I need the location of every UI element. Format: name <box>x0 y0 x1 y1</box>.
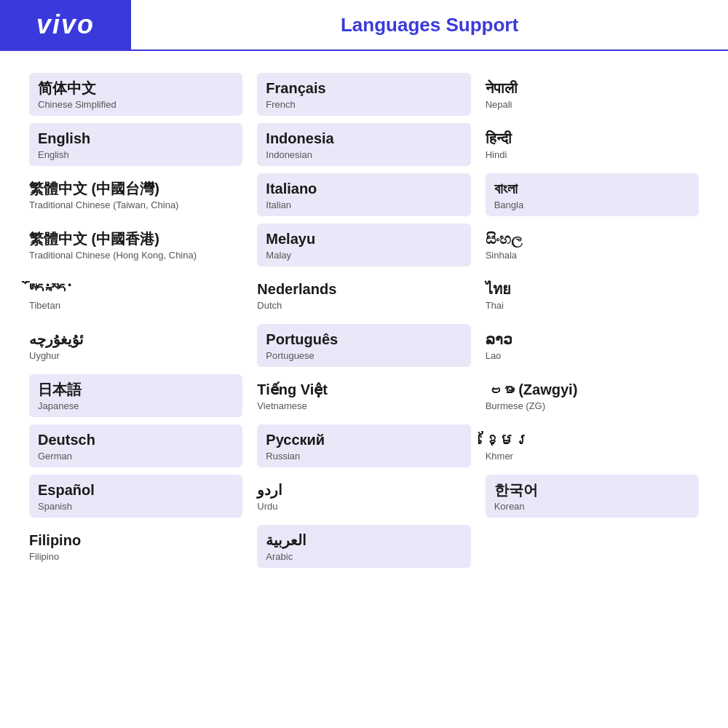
language-english-name: Hindi <box>486 149 699 160</box>
language-item: 繁體中文 (中國台灣)Traditional Chinese (Taiwan, … <box>29 173 242 216</box>
language-english-name: Portuguese <box>266 350 462 361</box>
header-title-area: Languages Support <box>131 14 728 36</box>
language-native-name: العربية <box>266 531 462 550</box>
page-title: Languages Support <box>341 14 518 36</box>
language-native-name: 繁體中文 (中國香港) <box>29 229 242 248</box>
language-english-name: Chinese Simplified <box>38 99 234 110</box>
language-english-name: Sinhala <box>486 250 699 261</box>
language-english-name: Thai <box>486 300 699 311</box>
language-native-name: ཨོད་སྐད་ <box>29 280 242 298</box>
language-english-name: Khmer <box>486 451 699 462</box>
language-native-name: ဗမာ (Zawgyi) <box>486 380 699 399</box>
language-english-name: English <box>38 149 234 160</box>
language-english-name: Nepali <box>486 99 699 110</box>
language-english-name: Malay <box>266 250 462 261</box>
language-english-name: Dutch <box>257 300 470 311</box>
language-english-name: Bangla <box>494 199 690 210</box>
language-item: Tiếng ViệtVietnamese <box>257 374 470 417</box>
language-native-name: 日本語 <box>38 380 234 399</box>
language-item: EspañolSpanish <box>29 475 242 518</box>
language-english-name: Indonesian <box>266 149 462 160</box>
language-item: FrançaisFrench <box>257 73 470 116</box>
language-item: ខ្មែរKhmer <box>486 424 699 467</box>
language-native-name: Tiếng Việt <box>257 380 470 399</box>
language-item: ไทยThai <box>486 274 699 317</box>
language-item: 简体中文Chinese Simplified <box>29 73 242 116</box>
language-english-name: Traditional Chinese (Taiwan, China) <box>29 199 242 210</box>
language-english-name: Japanese <box>38 400 234 411</box>
language-native-name: ไทย <box>486 280 699 298</box>
language-native-name: Indonesia <box>266 129 462 148</box>
language-item: 한국어Korean <box>486 475 699 518</box>
language-native-name: ئۇيغۇرچە <box>29 330 242 349</box>
language-english-name: Arabic <box>266 551 462 562</box>
language-item: ئۇيغۇرچەUyghur <box>29 324 242 367</box>
languages-grid: 简体中文Chinese SimplifiedFrançaisFrenchनेपा… <box>29 73 699 568</box>
logo-area: vivo <box>0 0 131 50</box>
language-english-name: Burmese (ZG) <box>486 400 699 411</box>
language-item: සිංහලSinhala <box>486 223 699 266</box>
language-item: IndonesiaIndonesian <box>257 123 470 166</box>
language-item: ཨོད་སྐད་Tibetan <box>29 274 242 317</box>
language-english-name: Lao <box>486 350 699 361</box>
language-native-name: বাংলা <box>494 179 690 198</box>
language-native-name: 简体中文 <box>38 79 234 98</box>
language-item: ItalianoItalian <box>257 173 470 216</box>
language-native-name: Português <box>266 330 462 349</box>
language-item: العربيةArabic <box>257 525 470 568</box>
content-area: 简体中文Chinese SimplifiedFrançaisFrenchनेपा… <box>0 51 728 590</box>
language-item: 繁體中文 (中國香港)Traditional Chinese (Hong Kon… <box>29 223 242 266</box>
language-item: ဗမာ (Zawgyi)Burmese (ZG) <box>486 374 699 417</box>
language-english-name: French <box>266 99 462 110</box>
language-item: EnglishEnglish <box>29 123 242 166</box>
language-native-name: ខ្មែរ <box>486 430 699 449</box>
language-item: MelayuMalay <box>257 223 470 266</box>
language-native-name: हिन्दी <box>486 129 699 148</box>
language-english-name: Traditional Chinese (Hong Kong, China) <box>29 250 242 261</box>
language-native-name: Français <box>266 79 462 98</box>
language-english-name: Korean <box>494 501 690 512</box>
vivo-logo: vivo <box>36 9 95 40</box>
language-native-name: Deutsch <box>38 430 234 449</box>
language-english-name: Spanish <box>38 501 234 512</box>
language-item: NederlandsDutch <box>257 274 470 317</box>
language-native-name: සිංහල <box>486 229 699 248</box>
language-item: বাংলাBangla <box>486 173 699 216</box>
language-english-name: Russian <box>266 451 462 462</box>
language-native-name: Русский <box>266 430 462 449</box>
language-english-name: Vietnamese <box>257 400 470 411</box>
language-english-name: Urdu <box>257 501 470 512</box>
language-native-name: Italiano <box>266 179 462 198</box>
language-english-name: German <box>38 451 234 462</box>
language-item: اردوUrdu <box>257 475 470 518</box>
language-english-name: Italian <box>266 199 462 210</box>
language-native-name: Español <box>38 480 234 499</box>
language-native-name: 한국어 <box>494 480 690 499</box>
language-english-name: Filipino <box>29 551 242 562</box>
language-native-name: ລາວ <box>486 330 699 349</box>
language-item: РусскийRussian <box>257 424 470 467</box>
language-item: हिन्दीHindi <box>486 123 699 166</box>
language-item: FilipinoFilipino <box>29 525 242 568</box>
language-native-name: English <box>38 129 234 148</box>
language-item: ລາວLao <box>486 324 699 367</box>
language-native-name: اردو <box>257 480 470 499</box>
language-native-name: Nederlands <box>257 280 470 298</box>
language-native-name: Melayu <box>266 229 462 248</box>
language-english-name: Uyghur <box>29 350 242 361</box>
language-item: नेपालीNepali <box>486 73 699 116</box>
language-native-name: नेपाली <box>486 79 699 98</box>
language-item: PortuguêsPortuguese <box>257 324 470 367</box>
language-item: DeutschGerman <box>29 424 242 467</box>
language-native-name: 繁體中文 (中國台灣) <box>29 179 242 198</box>
language-english-name: Tibetan <box>29 300 242 311</box>
language-item <box>486 525 699 568</box>
header: vivo Languages Support <box>0 0 728 51</box>
language-native-name: Filipino <box>29 531 242 550</box>
language-item: 日本語Japanese <box>29 374 242 417</box>
